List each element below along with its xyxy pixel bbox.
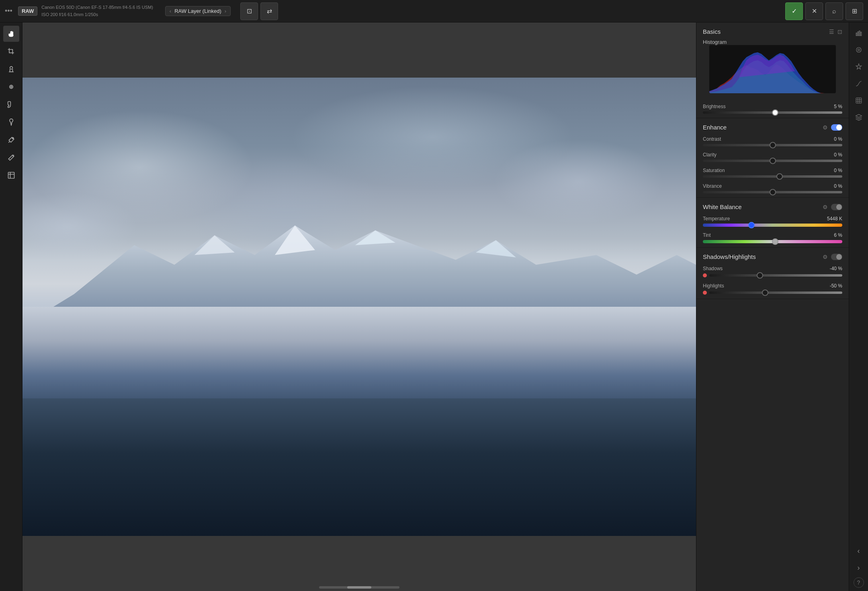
highlights-value: -50 % bbox=[830, 283, 842, 289]
brightness-row: Brightness 5 % bbox=[696, 102, 849, 118]
topbar-right-icons: ✓ ✕ ⌕ ⊞ bbox=[785, 2, 863, 20]
svg-point-1 bbox=[9, 85, 12, 88]
histogram-section: Histogram bbox=[696, 39, 849, 102]
brush-tool[interactable] bbox=[3, 96, 19, 113]
svg-rect-17 bbox=[856, 98, 862, 103]
clone-tool[interactable] bbox=[3, 79, 19, 95]
clarity-thumb[interactable] bbox=[770, 158, 776, 164]
saturation-thumb[interactable] bbox=[776, 173, 783, 180]
shadows-slider[interactable] bbox=[709, 274, 842, 277]
tint-slider[interactable] bbox=[703, 240, 842, 243]
scroll-thumb bbox=[347, 586, 371, 589]
wb-toggle[interactable] bbox=[831, 204, 842, 210]
brightness-thumb[interactable] bbox=[772, 109, 778, 116]
compare-icon-btn[interactable]: ⇄ bbox=[260, 2, 278, 20]
brightness-slider[interactable] bbox=[703, 111, 842, 114]
shadows-row: Shadows -40 % bbox=[696, 264, 849, 281]
eyedropper-fill-tool[interactable] bbox=[3, 132, 19, 148]
hsl-panel-icon[interactable] bbox=[852, 93, 866, 108]
sh-header-icons: ⚙ bbox=[823, 254, 842, 260]
right-panel: Basics ☰ ⊡ Histogram bbox=[696, 23, 849, 591]
saturation-slider[interactable] bbox=[703, 175, 842, 178]
temperature-label: Temperature bbox=[703, 216, 730, 222]
temperature-thumb[interactable] bbox=[748, 222, 755, 228]
shadows-indicator bbox=[703, 273, 707, 277]
transform-tool[interactable] bbox=[3, 167, 19, 183]
shadows-highlights-header: Shadows/Highlights ⚙ bbox=[696, 248, 849, 264]
basics-expand-icon[interactable]: ⊡ bbox=[837, 29, 842, 35]
lens-correction-icon[interactable] bbox=[852, 43, 866, 57]
highlights-label: Highlights bbox=[703, 283, 724, 289]
nav-left-icon[interactable]: ‹ bbox=[852, 544, 866, 558]
topbar: ••• RAW Canon EOS 50D (Canon EF-S 17-85m… bbox=[0, 0, 868, 23]
temperature-slider[interactable] bbox=[703, 224, 842, 227]
main-area: Basics ☰ ⊡ Histogram bbox=[0, 23, 868, 591]
raw-badge: RAW bbox=[18, 6, 37, 16]
eyedropper-tool[interactable] bbox=[3, 150, 19, 166]
enhance-settings-icon[interactable]: ⚙ bbox=[823, 124, 828, 131]
enhance-toggle[interactable] bbox=[831, 124, 842, 131]
contrast-row: Contrast 0 % bbox=[696, 135, 849, 150]
enhance-title: Enhance bbox=[703, 124, 727, 131]
sh-toggle[interactable] bbox=[831, 254, 842, 260]
shadows-label: Shadows bbox=[703, 266, 723, 271]
dots-menu[interactable]: ••• bbox=[5, 7, 12, 15]
svg-rect-4 bbox=[8, 172, 14, 179]
enhance-header: Enhance ⚙ bbox=[696, 118, 849, 135]
white-balance-section: White Balance ⚙ Temperature 5448 K bbox=[696, 198, 849, 248]
tab-prev-arrow[interactable]: ‹ bbox=[170, 8, 171, 14]
histogram-title: Histogram bbox=[703, 39, 727, 45]
basics-header-icons: ☰ ⊡ bbox=[829, 29, 842, 35]
svg-point-0 bbox=[10, 66, 12, 69]
vibrance-thumb[interactable] bbox=[770, 189, 776, 195]
sh-settings-icon[interactable]: ⚙ bbox=[823, 254, 828, 260]
svg-point-15 bbox=[856, 47, 861, 52]
brightness-value: 5 % bbox=[834, 104, 842, 109]
saturation-label: Saturation bbox=[703, 168, 725, 173]
wb-settings-icon[interactable]: ⚙ bbox=[823, 204, 828, 210]
layers-panel-icon[interactable] bbox=[852, 110, 866, 125]
highlights-slider[interactable] bbox=[709, 291, 842, 294]
tint-value: 6 % bbox=[834, 232, 842, 238]
contrast-value: 0 % bbox=[834, 136, 842, 142]
tab-nav[interactable]: ‹ RAW Layer (Linked) › bbox=[165, 6, 231, 16]
white-balance-header: White Balance ⚙ bbox=[696, 198, 849, 214]
nav-right-icon[interactable]: › bbox=[852, 560, 866, 575]
search-button[interactable]: ⌕ bbox=[825, 2, 843, 20]
basics-header: Basics ☰ ⊡ bbox=[696, 23, 849, 39]
clarity-row: Clarity 0 % bbox=[696, 150, 849, 166]
enhance-header-icons: ⚙ bbox=[823, 124, 842, 131]
scroll-indicator[interactable] bbox=[319, 586, 399, 589]
vibrance-label: Vibrance bbox=[703, 183, 722, 189]
brightness-label: Brightness bbox=[703, 104, 726, 109]
hand-tool[interactable] bbox=[3, 26, 19, 42]
svg-point-16 bbox=[858, 49, 860, 51]
help-icon[interactable]: ? bbox=[854, 577, 864, 588]
crop-tool[interactable] bbox=[3, 43, 19, 60]
tint-thumb[interactable] bbox=[772, 238, 778, 245]
contrast-slider[interactable] bbox=[703, 144, 842, 146]
vibrance-slider[interactable] bbox=[703, 191, 842, 193]
paint-tool[interactable] bbox=[3, 114, 19, 130]
contrast-thumb[interactable] bbox=[770, 142, 776, 148]
curve-panel-icon[interactable] bbox=[852, 76, 866, 91]
basics-menu-icon[interactable]: ☰ bbox=[829, 29, 834, 35]
cancel-button[interactable]: ✕ bbox=[805, 2, 823, 20]
fx-panel-icon[interactable] bbox=[852, 60, 866, 74]
tab-next-arrow[interactable]: › bbox=[225, 8, 226, 14]
photo-container bbox=[23, 78, 696, 536]
screen-icon-btn[interactable]: ⊡ bbox=[240, 2, 258, 20]
tint-label: Tint bbox=[703, 232, 711, 238]
histogram-panel-icon[interactable] bbox=[852, 26, 866, 40]
clarity-slider[interactable] bbox=[703, 160, 842, 162]
svg-point-2 bbox=[10, 86, 12, 87]
foreground-trees bbox=[23, 398, 696, 536]
menu-button[interactable]: ⊞ bbox=[845, 2, 863, 20]
right-side-toolbar: ‹ › ? bbox=[849, 23, 868, 591]
stamp-tool[interactable] bbox=[3, 61, 19, 77]
confirm-button[interactable]: ✓ bbox=[785, 2, 803, 20]
shadows-thumb[interactable] bbox=[757, 272, 763, 279]
photo-canvas[interactable] bbox=[23, 78, 696, 536]
canvas-area[interactable] bbox=[23, 23, 696, 591]
highlights-thumb[interactable] bbox=[762, 289, 768, 296]
